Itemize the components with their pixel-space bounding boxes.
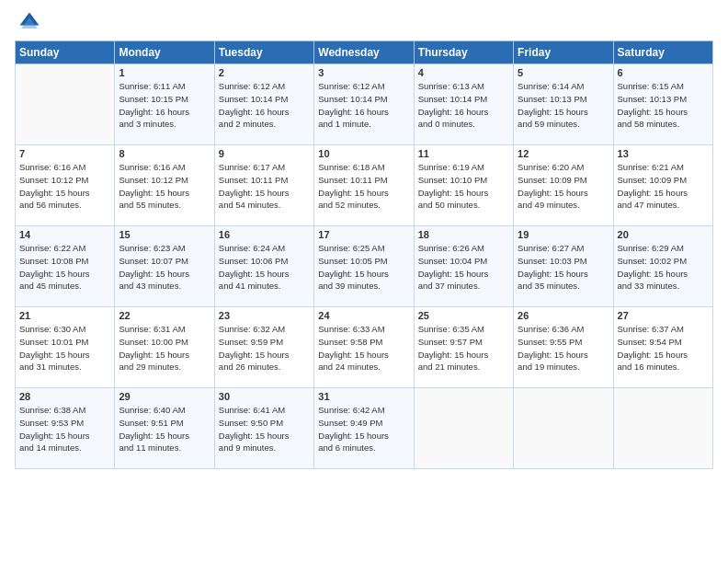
day-number: 20 bbox=[618, 229, 709, 240]
day-info: Sunrise: 6:23 AMSunset: 10:07 PMDaylight… bbox=[119, 242, 210, 293]
col-header-thursday: Thursday bbox=[414, 41, 513, 64]
calendar-cell: 28Sunrise: 6:38 AMSunset: 9:53 PMDayligh… bbox=[16, 388, 115, 469]
calendar-cell: 15Sunrise: 6:23 AMSunset: 10:07 PMDaylig… bbox=[115, 226, 214, 307]
calendar-cell: 7Sunrise: 6:16 AMSunset: 10:12 PMDayligh… bbox=[16, 145, 115, 226]
day-info: Sunrise: 6:29 AMSunset: 10:02 PMDaylight… bbox=[618, 242, 709, 293]
day-number: 4 bbox=[418, 67, 509, 78]
logo-icon bbox=[17, 9, 42, 35]
day-number: 5 bbox=[518, 67, 609, 78]
day-number: 3 bbox=[318, 67, 409, 78]
day-number: 11 bbox=[418, 148, 509, 159]
calendar-cell: 27Sunrise: 6:37 AMSunset: 9:54 PMDayligh… bbox=[613, 307, 712, 388]
calendar-cell: 4Sunrise: 6:13 AMSunset: 10:14 PMDayligh… bbox=[414, 64, 513, 145]
calendar-cell: 16Sunrise: 6:24 AMSunset: 10:06 PMDaylig… bbox=[214, 226, 313, 307]
header-row: SundayMondayTuesdayWednesdayThursdayFrid… bbox=[16, 41, 713, 64]
day-number: 13 bbox=[618, 148, 709, 159]
calendar-cell: 25Sunrise: 6:35 AMSunset: 9:57 PMDayligh… bbox=[414, 307, 513, 388]
day-number: 26 bbox=[518, 310, 609, 321]
day-info: Sunrise: 6:25 AMSunset: 10:05 PMDaylight… bbox=[318, 242, 409, 293]
col-header-monday: Monday bbox=[115, 41, 214, 64]
day-number: 19 bbox=[518, 229, 609, 240]
calendar-cell: 24Sunrise: 6:33 AMSunset: 9:58 PMDayligh… bbox=[314, 307, 414, 388]
calendar-cell: 8Sunrise: 6:16 AMSunset: 10:12 PMDayligh… bbox=[115, 145, 214, 226]
day-info: Sunrise: 6:27 AMSunset: 10:03 PMDaylight… bbox=[518, 242, 609, 293]
calendar-cell: 22Sunrise: 6:31 AMSunset: 10:00 PMDaylig… bbox=[115, 307, 214, 388]
col-header-sunday: Sunday bbox=[16, 41, 115, 64]
day-info: Sunrise: 6:41 AMSunset: 9:50 PMDaylight:… bbox=[219, 404, 310, 454]
day-number: 30 bbox=[219, 391, 310, 402]
day-info: Sunrise: 6:21 AMSunset: 10:09 PMDaylight… bbox=[618, 161, 709, 212]
day-info: Sunrise: 6:42 AMSunset: 9:49 PMDaylight:… bbox=[318, 404, 409, 454]
day-number: 16 bbox=[219, 229, 310, 240]
day-number: 25 bbox=[418, 310, 509, 321]
week-row-4: 21Sunrise: 6:30 AMSunset: 10:01 PMDaylig… bbox=[16, 307, 713, 388]
day-info: Sunrise: 6:24 AMSunset: 10:06 PMDaylight… bbox=[219, 242, 310, 293]
day-info: Sunrise: 6:35 AMSunset: 9:57 PMDaylight:… bbox=[418, 323, 509, 373]
day-number: 7 bbox=[19, 148, 110, 159]
calendar-cell bbox=[414, 388, 513, 469]
day-number: 12 bbox=[518, 148, 609, 159]
day-number: 17 bbox=[318, 229, 409, 240]
day-info: Sunrise: 6:22 AMSunset: 10:08 PMDaylight… bbox=[19, 242, 110, 293]
calendar-cell bbox=[613, 388, 712, 469]
calendar-cell: 3Sunrise: 6:12 AMSunset: 10:14 PMDayligh… bbox=[314, 64, 414, 145]
day-number: 1 bbox=[119, 67, 210, 78]
calendar-cell: 2Sunrise: 6:12 AMSunset: 10:14 PMDayligh… bbox=[214, 64, 313, 145]
day-info: Sunrise: 6:26 AMSunset: 10:04 PMDaylight… bbox=[418, 242, 509, 293]
calendar-cell: 30Sunrise: 6:41 AMSunset: 9:50 PMDayligh… bbox=[214, 388, 313, 469]
calendar-cell bbox=[514, 388, 613, 469]
day-info: Sunrise: 6:14 AMSunset: 10:13 PMDaylight… bbox=[518, 80, 609, 131]
day-info: Sunrise: 6:32 AMSunset: 9:59 PMDaylight:… bbox=[219, 323, 310, 373]
page: SundayMondayTuesdayWednesdayThursdayFrid… bbox=[0, 0, 728, 478]
calendar-cell: 21Sunrise: 6:30 AMSunset: 10:01 PMDaylig… bbox=[16, 307, 115, 388]
day-number: 9 bbox=[219, 148, 310, 159]
col-header-tuesday: Tuesday bbox=[214, 41, 313, 64]
day-info: Sunrise: 6:37 AMSunset: 9:54 PMDaylight:… bbox=[618, 323, 709, 373]
col-header-wednesday: Wednesday bbox=[314, 41, 414, 64]
calendar-cell: 1Sunrise: 6:11 AMSunset: 10:15 PMDayligh… bbox=[115, 64, 214, 145]
day-number: 21 bbox=[19, 310, 110, 321]
calendar-cell: 23Sunrise: 6:32 AMSunset: 9:59 PMDayligh… bbox=[214, 307, 313, 388]
day-info: Sunrise: 6:17 AMSunset: 10:11 PMDaylight… bbox=[219, 161, 310, 212]
day-number: 2 bbox=[219, 67, 310, 78]
calendar-table: SundayMondayTuesdayWednesdayThursdayFrid… bbox=[15, 40, 713, 469]
day-info: Sunrise: 6:31 AMSunset: 10:00 PMDaylight… bbox=[119, 323, 210, 373]
calendar-cell: 6Sunrise: 6:15 AMSunset: 10:13 PMDayligh… bbox=[613, 64, 712, 145]
calendar-cell: 10Sunrise: 6:18 AMSunset: 10:11 PMDaylig… bbox=[314, 145, 414, 226]
day-info: Sunrise: 6:40 AMSunset: 9:51 PMDaylight:… bbox=[119, 404, 210, 454]
calendar-cell: 13Sunrise: 6:21 AMSunset: 10:09 PMDaylig… bbox=[613, 145, 712, 226]
day-number: 15 bbox=[119, 229, 210, 240]
week-row-2: 7Sunrise: 6:16 AMSunset: 10:12 PMDayligh… bbox=[16, 145, 713, 226]
day-number: 18 bbox=[418, 229, 509, 240]
calendar-cell: 12Sunrise: 6:20 AMSunset: 10:09 PMDaylig… bbox=[514, 145, 613, 226]
col-header-saturday: Saturday bbox=[613, 41, 712, 64]
day-info: Sunrise: 6:16 AMSunset: 10:12 PMDaylight… bbox=[19, 161, 110, 212]
day-number: 28 bbox=[19, 391, 110, 402]
day-number: 10 bbox=[318, 148, 409, 159]
day-info: Sunrise: 6:18 AMSunset: 10:11 PMDaylight… bbox=[318, 161, 409, 212]
day-info: Sunrise: 6:20 AMSunset: 10:09 PMDaylight… bbox=[518, 161, 609, 212]
day-number: 27 bbox=[618, 310, 709, 321]
header bbox=[15, 9, 713, 35]
calendar-cell: 17Sunrise: 6:25 AMSunset: 10:05 PMDaylig… bbox=[314, 226, 414, 307]
logo bbox=[15, 9, 42, 35]
calendar-cell: 5Sunrise: 6:14 AMSunset: 10:13 PMDayligh… bbox=[514, 64, 613, 145]
calendar-cell: 9Sunrise: 6:17 AMSunset: 10:11 PMDayligh… bbox=[214, 145, 313, 226]
calendar-cell: 19Sunrise: 6:27 AMSunset: 10:03 PMDaylig… bbox=[514, 226, 613, 307]
calendar-cell: 14Sunrise: 6:22 AMSunset: 10:08 PMDaylig… bbox=[16, 226, 115, 307]
calendar-cell: 11Sunrise: 6:19 AMSunset: 10:10 PMDaylig… bbox=[414, 145, 513, 226]
calendar-cell: 20Sunrise: 6:29 AMSunset: 10:02 PMDaylig… bbox=[613, 226, 712, 307]
day-info: Sunrise: 6:11 AMSunset: 10:15 PMDaylight… bbox=[119, 80, 210, 131]
calendar-cell: 29Sunrise: 6:40 AMSunset: 9:51 PMDayligh… bbox=[115, 388, 214, 469]
week-row-3: 14Sunrise: 6:22 AMSunset: 10:08 PMDaylig… bbox=[16, 226, 713, 307]
day-number: 6 bbox=[618, 67, 709, 78]
col-header-friday: Friday bbox=[514, 41, 613, 64]
day-info: Sunrise: 6:16 AMSunset: 10:12 PMDaylight… bbox=[119, 161, 210, 212]
calendar-cell: 18Sunrise: 6:26 AMSunset: 10:04 PMDaylig… bbox=[414, 226, 513, 307]
day-info: Sunrise: 6:12 AMSunset: 10:14 PMDaylight… bbox=[219, 80, 310, 131]
day-info: Sunrise: 6:12 AMSunset: 10:14 PMDaylight… bbox=[318, 80, 409, 131]
calendar-cell: 26Sunrise: 6:36 AMSunset: 9:55 PMDayligh… bbox=[514, 307, 613, 388]
day-number: 8 bbox=[119, 148, 210, 159]
day-info: Sunrise: 6:19 AMSunset: 10:10 PMDaylight… bbox=[418, 161, 509, 212]
day-info: Sunrise: 6:33 AMSunset: 9:58 PMDaylight:… bbox=[318, 323, 409, 373]
